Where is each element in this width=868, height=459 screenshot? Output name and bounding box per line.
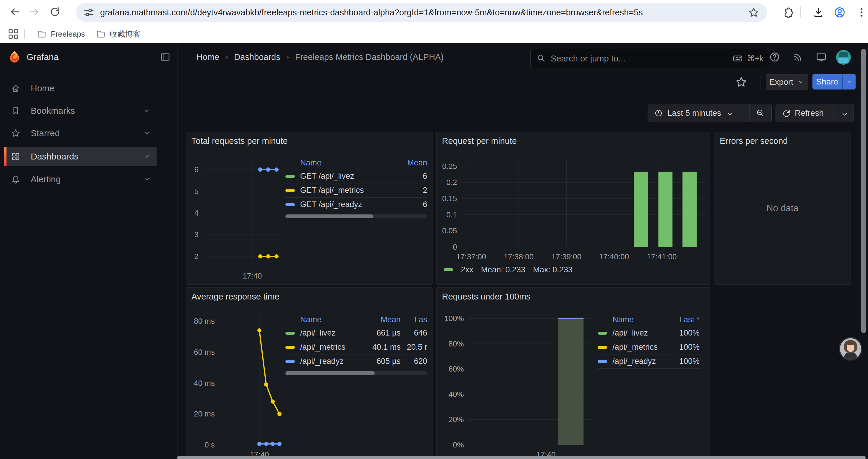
legend-column-last[interactable]: Las (401, 315, 427, 324)
series-pill (444, 268, 453, 271)
legend-column-name[interactable]: Name (285, 158, 392, 167)
series-name: /api/_metrics (613, 342, 664, 352)
back-icon[interactable] (6, 4, 23, 21)
legend-row[interactable]: /api/_livez100% (598, 326, 700, 340)
share-button[interactable]: Share (812, 74, 842, 90)
home-icon (11, 83, 21, 93)
legend-row[interactable]: /api/_livez661 µs646 (285, 326, 427, 340)
legend-header: NameLast * (598, 314, 700, 326)
dashboard-controls: Export Share (177, 71, 868, 94)
series-value: 620 (401, 357, 427, 366)
breadcrumb-current: Freeleaps Metrics Dashboard (ALPHA) (295, 52, 444, 62)
series-pill (598, 360, 607, 363)
horizontal-scrollbar[interactable] (177, 456, 866, 459)
svg-text:0.2: 0.2 (446, 178, 457, 187)
series-value: 6 (392, 172, 427, 181)
help-icon[interactable] (768, 51, 782, 65)
breadcrumb-separator: › (286, 52, 289, 62)
legend-row[interactable]: /api/_metrics40.1 ms20.5 r (285, 340, 427, 354)
refresh-group: Refresh (776, 104, 854, 122)
sidebar-item-dashboards[interactable]: Dashboards (4, 147, 157, 166)
panel-legend: NameMeanGET /api/_livez6GET /api/_metric… (285, 157, 427, 218)
news-rss-icon[interactable] (790, 51, 805, 65)
legend-scrollbar[interactable] (285, 215, 427, 218)
series-name: 2xx (461, 265, 473, 274)
legend-row[interactable]: GET /api/_readyz6 (285, 197, 427, 211)
svg-text:0.1: 0.1 (446, 210, 457, 219)
zoom-out-button[interactable] (749, 104, 771, 122)
refresh-button[interactable]: Refresh (776, 104, 833, 122)
search-box[interactable]: ⌘+k (530, 49, 769, 68)
site-settings-icon[interactable] (83, 6, 95, 19)
screen-icon[interactable] (814, 51, 829, 65)
svg-text:80 ms: 80 ms (194, 317, 215, 326)
time-range-picker[interactable]: Last 5 minutes (648, 104, 749, 122)
series-pill (285, 360, 295, 363)
legend-header: NameMeanLas (285, 314, 427, 326)
address-bar[interactable]: grafana.mathmast.com/d/deytv4rwavabkb/fr… (76, 3, 767, 22)
legend-column-name[interactable]: Name (598, 315, 664, 324)
user-avatar[interactable] (836, 50, 851, 65)
breadcrumb-home[interactable]: Home (196, 52, 219, 62)
menu-kebab-icon[interactable] (855, 6, 868, 19)
svg-text:60%: 60% (448, 364, 464, 373)
profile-icon[interactable] (833, 6, 846, 19)
legend-row[interactable]: GET /api/_metrics2 (285, 183, 427, 197)
panel-legend: NameLast */api/_livez100%/api/_metrics10… (598, 314, 700, 369)
export-button[interactable]: Export (766, 74, 808, 90)
series-max: Max: 0.233 (533, 265, 572, 274)
legend-column-num[interactable]: Last * (664, 315, 700, 324)
series-value: 100% (664, 328, 700, 338)
sidebar-toggle-icon[interactable] (159, 52, 171, 63)
bookmark-folder-blogs[interactable]: 收藏博客 (90, 27, 146, 42)
legend-row[interactable]: GET /api/_livez6 (285, 169, 427, 183)
search-input[interactable] (550, 54, 728, 64)
sidebar-item-alerting[interactable]: Alerting (4, 169, 157, 189)
folder-icon (96, 29, 106, 39)
bookmark-folder-freeleaps[interactable]: Freeleaps (31, 27, 90, 41)
extensions-icon[interactable] (781, 6, 795, 19)
legend-row[interactable]: /api/_readyz100% (598, 354, 700, 369)
sidebar-item-starred[interactable]: Starred (4, 124, 157, 143)
forward-icon[interactable] (26, 4, 43, 21)
floating-assistant-avatar[interactable] (840, 338, 861, 359)
panel-legend[interactable]: 2xx Mean: 0.233 Max: 0.233 (444, 264, 572, 275)
legend-column-num[interactable]: Mean (365, 315, 401, 324)
clock-icon (654, 108, 663, 118)
refresh-interval-button[interactable] (833, 104, 854, 122)
download-icon[interactable] (812, 6, 825, 19)
panel-request-per-minute: Request per minute 00.050.10.150.20.2517… (436, 132, 710, 285)
grafana-logo[interactable] (7, 50, 22, 64)
url-text: grafana.mathmast.com/d/deytv4rwavabkb/fr… (100, 8, 740, 18)
bookmark-star-icon[interactable] (747, 6, 760, 19)
favorite-star-icon[interactable] (735, 76, 748, 89)
apps-grid-icon[interactable] (6, 27, 20, 41)
sidebar-item-bookmarks[interactable]: Bookmarks (4, 101, 157, 121)
chevron-down-icon (143, 106, 151, 115)
legend-scrollbar[interactable] (285, 371, 427, 375)
sidebar-item-home[interactable]: Home (4, 78, 157, 98)
svg-text:17:37:00: 17:37:00 (456, 252, 486, 261)
series-value: 661 µs (365, 328, 401, 338)
time-controls: Last 5 minutes Refresh (177, 94, 868, 132)
series-name: GET /api/_readyz (300, 200, 392, 209)
vertical-scrollbar[interactable] (861, 49, 866, 333)
series-value: 20.5 r (401, 342, 427, 352)
legend-column-num[interactable]: Mean (392, 158, 427, 167)
svg-text:0.25: 0.25 (442, 162, 457, 171)
legend-row[interactable]: /api/_metrics100% (598, 340, 700, 354)
controls-divider (760, 75, 761, 89)
share-menu-button[interactable] (842, 74, 856, 90)
sidebar-item-label: Home (31, 83, 157, 93)
svg-text:0: 0 (453, 242, 457, 251)
legend-column-name[interactable]: Name (285, 315, 365, 324)
svg-text:17:40: 17:40 (243, 271, 262, 280)
reload-icon[interactable] (47, 4, 63, 21)
chevron-down-icon (725, 109, 733, 117)
series-name: GET /api/_livez (300, 172, 392, 181)
apps-icon (11, 152, 21, 162)
panel-errors-per-second: Errors per second No data (714, 132, 851, 285)
series-value: 100% (664, 342, 700, 352)
breadcrumb-dashboards[interactable]: Dashboards (234, 52, 280, 62)
legend-row[interactable]: /api/_readyz605 µs620 (285, 354, 427, 368)
